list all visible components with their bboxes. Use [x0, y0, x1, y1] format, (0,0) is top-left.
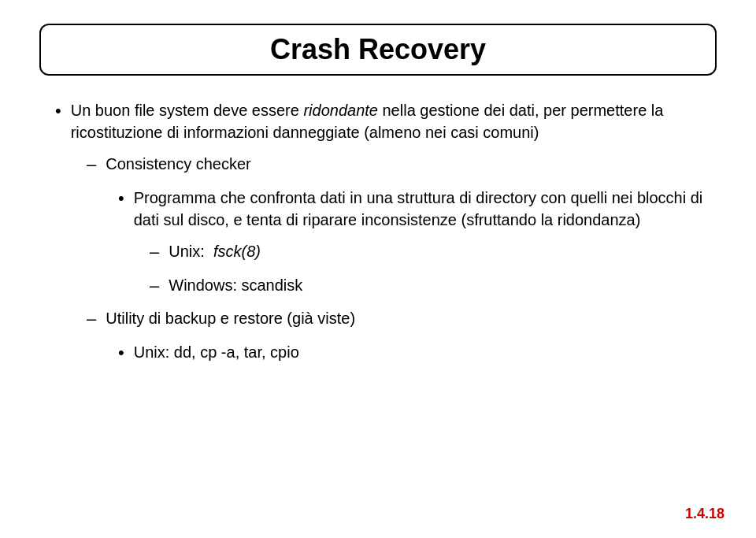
list-item: – Consistency checker	[55, 153, 717, 177]
list-item: • Programma che confronta dati in una st…	[55, 187, 717, 231]
slide-number: 1.4.18	[685, 506, 724, 522]
bullet-icon: •	[118, 187, 124, 211]
item-text: Utility di backup e restore (già viste)	[106, 307, 717, 329]
dash-icon: –	[150, 274, 159, 299]
list-item: – Utility di backup e restore (già viste…	[55, 307, 717, 332]
content-area: • Un buon file system deve essere ridond…	[39, 99, 717, 365]
item-text: Consistency checker	[106, 153, 717, 175]
slide: Crash Recovery • Un buon file system dev…	[0, 0, 756, 538]
list-item: – Windows: scandisk	[55, 274, 717, 299]
item-text: Unix: dd, cp -a, tar, cpio	[134, 341, 717, 363]
list-item: • Unix: dd, cp -a, tar, cpio	[55, 341, 717, 365]
dash-icon: –	[87, 307, 96, 332]
item-text: Programma che confronta dati in una stru…	[134, 187, 717, 231]
item-text: Un buon file system deve essere ridondan…	[71, 99, 717, 143]
slide-title: Crash Recovery	[270, 33, 486, 65]
bullet-icon: •	[55, 99, 61, 124]
dash-icon: –	[150, 240, 159, 265]
list-item: • Un buon file system deve essere ridond…	[55, 99, 717, 143]
dash-icon: –	[87, 153, 96, 177]
title-box: Crash Recovery	[39, 24, 717, 76]
bullet-icon: •	[118, 341, 124, 365]
item-text: Windows: scandisk	[169, 274, 717, 296]
item-text: Unix: fsck(8)	[169, 240, 717, 262]
list-item: – Unix: fsck(8)	[55, 240, 717, 265]
